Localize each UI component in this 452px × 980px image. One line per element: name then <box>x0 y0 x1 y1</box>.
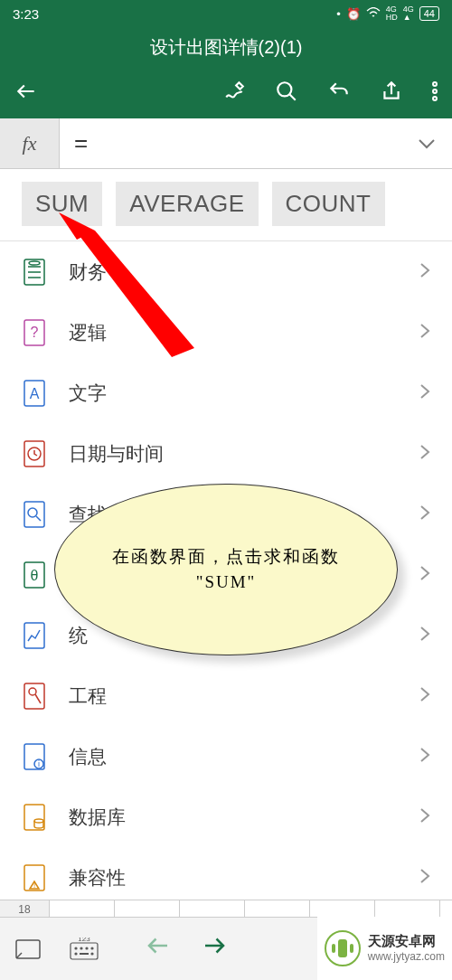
svg-text:?: ? <box>31 325 39 340</box>
chevron-right-icon <box>419 383 430 403</box>
share-button[interactable] <box>380 80 403 107</box>
chevron-right-icon <box>419 686 430 706</box>
chevron-right-icon <box>419 626 430 645</box>
math-icon: θ <box>22 560 47 590</box>
svg-rect-38 <box>332 944 335 953</box>
category-logic[interactable]: ? 逻辑 <box>22 302 430 363</box>
chevron-right-icon <box>419 504 430 524</box>
svg-point-29 <box>75 947 77 949</box>
svg-point-34 <box>91 953 93 955</box>
keyboard-button[interactable]: 123 <box>56 918 112 980</box>
svg-text:!: ! <box>33 881 35 890</box>
category-label: 兼容性 <box>69 865 398 890</box>
svg-text:123: 123 <box>78 938 90 943</box>
battery-icon: 44 <box>419 6 439 21</box>
more-button[interactable] <box>432 80 438 106</box>
category-engineering[interactable]: 工程 <box>22 665 430 726</box>
wifi-icon <box>366 7 381 21</box>
callout-text: 在函数界面，点击求和函数 "SUM" <box>109 544 343 596</box>
svg-point-3 <box>433 97 437 100</box>
engineering-icon <box>22 681 47 711</box>
svg-rect-39 <box>350 944 353 953</box>
category-datetime[interactable]: 日期与时间 <box>22 423 430 484</box>
watermark-title: 天源安卓网 <box>368 932 445 950</box>
signal2-icon: 4G▲ <box>403 5 414 22</box>
svg-point-30 <box>80 947 82 949</box>
chip-average[interactable]: AVERAGE <box>116 182 258 226</box>
svg-text:θ: θ <box>31 568 39 583</box>
fx-icon[interactable]: fx <box>0 118 60 168</box>
category-label: 工程 <box>69 683 398 709</box>
svg-rect-12 <box>24 502 44 527</box>
logic-icon: ? <box>22 317 47 348</box>
alarm-icon: ⏰ <box>346 7 361 21</box>
formula-bar: fx = <box>0 118 452 169</box>
undo-button[interactable] <box>327 80 351 107</box>
category-label: 数据库 <box>69 805 398 830</box>
text-icon: A <box>22 378 47 409</box>
chevron-right-icon <box>419 565 430 585</box>
category-label: 文字 <box>69 381 398 406</box>
category-database[interactable]: 数据库 <box>22 787 430 847</box>
signal1-icon: 4GHD <box>386 5 398 22</box>
formula-value: = <box>74 129 88 157</box>
svg-point-1 <box>433 82 437 86</box>
next-button[interactable] <box>186 918 242 980</box>
chevron-right-icon <box>419 262 430 282</box>
svg-text:A: A <box>30 386 40 401</box>
chevron-right-icon <box>419 323 430 343</box>
svg-rect-16 <box>24 623 44 648</box>
callout-bubble: 在函数界面，点击求和函数 "SUM" <box>54 484 398 655</box>
svg-text:i: i <box>38 759 40 768</box>
function-chips: SUM AVERAGE COUNT <box>0 169 452 241</box>
sheet-row-18: 18 <box>0 900 452 918</box>
toolbar <box>0 68 452 118</box>
statistics-icon <box>22 620 47 651</box>
watermark-logo-icon <box>325 930 361 966</box>
search-button[interactable] <box>275 80 298 107</box>
category-label: 信息 <box>69 744 398 769</box>
compat-icon: ! <box>22 862 47 893</box>
title-bar: 设计出图详情(2)(1) <box>0 27 452 68</box>
svg-point-23 <box>34 819 43 823</box>
category-finance[interactable]: 财务 <box>22 241 430 302</box>
status-bar: 3:23 • ⏰ 4GHD 4G▲ 44 <box>0 0 452 27</box>
prev-button[interactable] <box>130 918 186 980</box>
chevron-right-icon <box>419 747 430 767</box>
category-info[interactable]: i 信息 <box>22 726 430 787</box>
document-title: 设计出图详情(2)(1) <box>150 35 303 60</box>
back-button[interactable] <box>14 80 38 107</box>
datetime-icon <box>22 438 47 469</box>
draw-button[interactable] <box>222 80 246 107</box>
watermark-url: www.jytyaz.com <box>368 950 445 965</box>
chevron-right-icon <box>419 807 430 827</box>
formula-expand[interactable] <box>401 118 452 168</box>
svg-rect-27 <box>71 943 98 959</box>
chip-sum[interactable]: SUM <box>22 182 102 226</box>
formula-input[interactable]: = <box>60 118 401 168</box>
svg-point-18 <box>29 688 36 695</box>
category-text[interactable]: A 文字 <box>22 363 430 423</box>
arrow-right-icon <box>201 932 228 966</box>
category-label: 财务 <box>69 259 398 285</box>
svg-rect-37 <box>338 939 347 957</box>
arrow-left-icon <box>145 932 172 966</box>
watermark: 天源安卓网 www.jytyaz.com <box>317 917 452 980</box>
lookup-icon <box>22 499 47 530</box>
svg-point-33 <box>75 953 77 955</box>
chip-count[interactable]: COUNT <box>272 182 385 226</box>
bullet-icon: • <box>336 7 341 21</box>
svg-point-0 <box>278 82 291 96</box>
category-compat[interactable]: ! 兼容性 <box>22 847 430 908</box>
svg-point-2 <box>433 90 437 93</box>
database-icon <box>22 802 47 833</box>
svg-point-5 <box>29 261 40 265</box>
svg-rect-17 <box>24 683 44 709</box>
card-button[interactable] <box>0 918 56 980</box>
category-label: 逻辑 <box>69 320 398 345</box>
svg-point-13 <box>28 508 37 517</box>
svg-rect-35 <box>80 953 89 955</box>
status-icons: • ⏰ 4GHD 4G▲ 44 <box>336 5 439 22</box>
finance-icon <box>22 257 47 287</box>
row-number: 18 <box>0 900 50 918</box>
